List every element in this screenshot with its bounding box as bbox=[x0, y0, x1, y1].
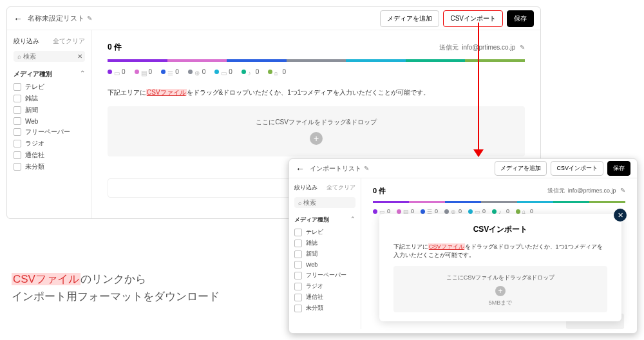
checkbox-icon[interactable] bbox=[294, 240, 302, 247]
category-label: 通信社 bbox=[25, 151, 44, 160]
checkbox-icon[interactable] bbox=[294, 305, 302, 312]
csv-import-modal: ✕ CSVインポート 下記エリアにCSVファイルをドラッグ&ドロップいただくか、… bbox=[379, 214, 621, 321]
category-item[interactable]: 通信社 bbox=[294, 293, 355, 301]
add-media-button[interactable]: メディアを追加 bbox=[380, 10, 439, 27]
category-item[interactable]: Web bbox=[14, 117, 85, 125]
category-item[interactable]: テレビ bbox=[294, 228, 355, 236]
category-item[interactable]: ラジオ bbox=[14, 139, 85, 148]
checkbox-icon[interactable] bbox=[14, 151, 21, 159]
category-header: メディア種別 bbox=[14, 70, 52, 79]
modal-title: CSVインポート bbox=[393, 224, 607, 235]
clear-all-button[interactable]: 全てクリア bbox=[327, 184, 355, 192]
checkbox-icon[interactable] bbox=[294, 294, 302, 301]
sidebar: 絞り込み 全てクリア ⌕ ✕ メディア種別 ⌃ テレビ雑誌新聞Webフリーペーパ… bbox=[7, 30, 92, 218]
checkbox-icon[interactable] bbox=[14, 128, 21, 136]
checkbox-icon[interactable] bbox=[14, 163, 21, 171]
modal-drop-zone[interactable]: ここにCSVファイルをドラッグ&ドロップ + 5MBまで bbox=[393, 266, 607, 312]
drop-zone[interactable]: ここにCSVファイルをドラッグ&ドロップ + bbox=[108, 106, 525, 156]
category-item[interactable]: Web bbox=[294, 261, 355, 269]
sender-info: 送信元 info@prtimes.co.jp ✎ bbox=[547, 187, 625, 195]
chevron-up-icon[interactable]: ⌃ bbox=[350, 216, 355, 224]
clear-all-button[interactable]: 全てクリア bbox=[53, 37, 85, 46]
search-input[interactable] bbox=[303, 199, 342, 206]
category-label: 雑誌 bbox=[306, 239, 317, 247]
category-item[interactable]: テレビ bbox=[14, 82, 85, 91]
legend-item: ☰0 bbox=[161, 68, 179, 75]
category-label: ラジオ bbox=[25, 139, 44, 148]
edit-sender-icon[interactable]: ✎ bbox=[620, 187, 625, 194]
back-arrow-icon[interactable]: ← bbox=[296, 164, 305, 174]
csv-import-button[interactable]: CSVインポート bbox=[551, 161, 603, 176]
clear-search-icon[interactable]: ✕ bbox=[77, 53, 82, 60]
csv-file-link[interactable]: CSVファイル bbox=[428, 243, 465, 250]
annotation-arrow bbox=[478, 23, 479, 151]
edit-sender-icon[interactable]: ✎ bbox=[520, 44, 525, 51]
item-count: 0 件 bbox=[373, 186, 386, 196]
checkbox-icon[interactable] bbox=[14, 95, 21, 102]
filter-label: 絞り込み bbox=[14, 37, 39, 46]
category-label: 通信社 bbox=[306, 293, 323, 301]
sidebar: 絞り込み 全てクリア ⌕ メディア種別 ⌃ テレビ雑誌新聞Webフリーペーパーラ… bbox=[289, 178, 361, 329]
add-icon[interactable]: + bbox=[310, 132, 323, 145]
csv-import-button[interactable]: CSVインポート bbox=[443, 10, 503, 27]
checkbox-icon[interactable] bbox=[14, 106, 21, 114]
category-label: 雑誌 bbox=[25, 94, 38, 103]
category-item[interactable]: 雑誌 bbox=[294, 239, 355, 247]
legend-item: ⊕0 bbox=[188, 68, 206, 75]
list-title[interactable]: インポートリスト bbox=[310, 164, 361, 173]
category-list: テレビ雑誌新聞Webフリーペーパーラジオ通信社未分類 bbox=[14, 82, 85, 171]
item-count: 0 件 bbox=[108, 42, 122, 53]
category-item[interactable]: 未分類 bbox=[294, 304, 355, 312]
category-item[interactable]: 雑誌 bbox=[14, 94, 85, 103]
category-label: 新聞 bbox=[306, 250, 317, 258]
annotation-arrowhead bbox=[473, 149, 484, 157]
close-modal-icon[interactable]: ✕ bbox=[614, 209, 627, 222]
edit-title-icon[interactable]: ✎ bbox=[364, 165, 369, 172]
category-item[interactable]: 通信社 bbox=[14, 151, 85, 160]
legend: ▭0▤0☰0⊕0▭0♪0⩍0 bbox=[108, 68, 525, 75]
category-label: 新聞 bbox=[25, 106, 38, 115]
category-item[interactable]: フリーペーパー bbox=[14, 128, 85, 137]
category-label: 未分類 bbox=[306, 304, 323, 312]
checkbox-icon[interactable] bbox=[294, 250, 302, 258]
category-label: Web bbox=[306, 261, 317, 268]
legend-item: ▤0 bbox=[135, 68, 153, 75]
add-media-button[interactable]: メディアを追加 bbox=[495, 161, 547, 176]
category-item[interactable]: フリーペーパー bbox=[294, 271, 355, 279]
search-box[interactable]: ⌕ bbox=[294, 197, 355, 208]
category-item[interactable]: ラジオ bbox=[294, 282, 355, 290]
checkbox-icon[interactable] bbox=[14, 117, 21, 125]
category-item[interactable]: 新聞 bbox=[294, 250, 355, 258]
back-arrow-icon[interactable]: ← bbox=[14, 14, 23, 24]
csv-file-link[interactable]: CSVファイル bbox=[146, 89, 187, 96]
list-title[interactable]: 名称未設定リスト bbox=[28, 14, 84, 23]
checkbox-icon[interactable] bbox=[294, 229, 302, 236]
caption-text: CSVファイルのリンクから インポート用フォーマットをダウンロード bbox=[12, 270, 220, 305]
category-label: フリーペーパー bbox=[25, 128, 70, 137]
checkbox-icon[interactable] bbox=[294, 283, 302, 290]
checkbox-icon[interactable] bbox=[14, 83, 21, 91]
edit-title-icon[interactable]: ✎ bbox=[87, 15, 92, 22]
category-label: フリーペーパー bbox=[306, 271, 346, 279]
save-button[interactable]: 保存 bbox=[607, 161, 630, 176]
modal-window: ← インポートリスト ✎ メディアを追加 CSVインポート 保存 絞り込み 全て… bbox=[289, 158, 638, 334]
checkbox-icon[interactable] bbox=[294, 261, 302, 269]
legend-item: ♪0 bbox=[242, 68, 260, 75]
category-item[interactable]: 新聞 bbox=[14, 106, 85, 115]
checkbox-icon[interactable] bbox=[14, 140, 21, 147]
search-icon: ⌕ bbox=[17, 53, 21, 60]
search-icon: ⌕ bbox=[298, 200, 301, 206]
category-label: Web bbox=[25, 118, 38, 125]
category-item[interactable]: 未分類 bbox=[14, 162, 85, 171]
search-box[interactable]: ⌕ ✕ bbox=[14, 51, 85, 62]
checkbox-icon[interactable] bbox=[294, 272, 302, 279]
topbar: ← 名称未設定リスト ✎ メディアを追加 CSVインポート 保存 bbox=[7, 7, 540, 30]
topbar: ← インポートリスト ✎ メディアを追加 CSVインポート 保存 bbox=[289, 159, 637, 178]
sender-info: 送信元 info@prtimes.co.jp ✎ bbox=[439, 43, 525, 52]
instruction-text: 下記エリアにCSVファイルをドラッグ&ドロップいただくか、1つ1つメディアを入力… bbox=[108, 88, 525, 97]
save-button[interactable]: 保存 bbox=[507, 10, 534, 27]
search-input[interactable] bbox=[23, 53, 75, 60]
add-icon[interactable]: + bbox=[495, 286, 506, 296]
chevron-up-icon[interactable]: ⌃ bbox=[80, 70, 85, 79]
category-list: テレビ雑誌新聞Webフリーペーパーラジオ通信社未分類 bbox=[294, 228, 355, 312]
